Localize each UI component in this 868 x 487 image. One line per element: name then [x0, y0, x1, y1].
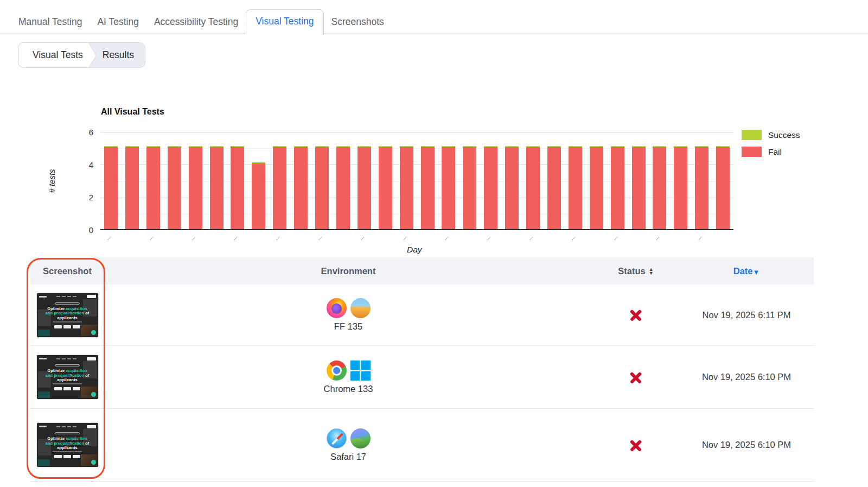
- chart-bar: [273, 146, 286, 229]
- gridline: [100, 132, 733, 132]
- chart-title: All Visual Tests: [101, 107, 164, 117]
- chart-bar: [632, 146, 646, 229]
- x-tick-label: …: [358, 233, 366, 241]
- safari-icon: [327, 428, 347, 448]
- chart-bar: [716, 146, 730, 229]
- fail-x-icon: [628, 438, 643, 453]
- firefox-icon: [327, 298, 347, 318]
- environment-label: FF 135: [334, 321, 362, 332]
- chart-bar: [505, 146, 519, 229]
- chart-bar: [442, 146, 455, 229]
- y-tick-4: 4: [80, 160, 93, 169]
- screenshot-thumbnail[interactable]: Optimize acquisition and prequalificatio…: [37, 423, 98, 467]
- breadcrumb-visual-tests[interactable]: Visual Tests: [18, 43, 88, 67]
- fail-x-icon: [628, 370, 643, 385]
- chart-bar: [547, 146, 561, 229]
- chart-y-axis-label: # tests: [47, 162, 56, 200]
- thumb-cta-button: [87, 357, 96, 360]
- chart-bar: [336, 146, 350, 229]
- legend-item-fail: Fail: [742, 147, 800, 157]
- thumb-badge: [91, 330, 96, 335]
- chart-bar: [294, 146, 308, 229]
- header-date-sort[interactable]: Date▼: [679, 266, 814, 276]
- x-tick-label: …: [484, 233, 492, 241]
- header-environment: Environment: [104, 266, 592, 276]
- environment-cell: FF 135: [104, 298, 592, 332]
- x-tick-label: …: [105, 233, 112, 241]
- chart-x-ticks: ………………………………………: [100, 235, 733, 245]
- chart-bar: [146, 146, 160, 229]
- tab-ai-testing[interactable]: AI Testing: [90, 10, 146, 34]
- status-cell: [592, 307, 679, 322]
- chart-bar: [569, 146, 582, 229]
- chart-bar: [168, 146, 181, 229]
- x-tick-label: …: [695, 233, 703, 241]
- chart-bar: [421, 146, 435, 229]
- legend-item-success: Success: [742, 130, 800, 140]
- date-value: Nov 19, 2025 6:10 PM: [702, 372, 791, 382]
- chart-bar: [231, 146, 244, 229]
- x-tick-label: …: [442, 233, 450, 241]
- windows-icon: [350, 360, 371, 381]
- chart-bar: [463, 146, 476, 229]
- chart-bar: [189, 146, 202, 229]
- x-tick-label: …: [569, 233, 577, 241]
- y-tick-6: 6: [80, 128, 93, 137]
- date-value: Nov 19, 2025 6:10 PM: [702, 440, 791, 450]
- thumb-logo: [39, 426, 47, 427]
- breadcrumb-chevron-icon: [88, 43, 96, 68]
- macos-icon: [350, 298, 371, 318]
- chart-bar: [653, 146, 666, 229]
- screenshot-thumbnail[interactable]: Optimize acquisition and prequalificatio…: [37, 355, 98, 399]
- tab-visual-testing[interactable]: Visual Testing: [246, 9, 323, 35]
- chart-bar: [210, 146, 224, 229]
- chart-bar: [358, 146, 371, 229]
- fail-swatch: [742, 147, 762, 157]
- y-tick-2: 2: [80, 193, 93, 202]
- header-status-sort[interactable]: Status▲▼: [592, 266, 679, 276]
- chart-bar: [611, 146, 624, 229]
- environment-cell: Chrome 133: [104, 360, 592, 394]
- tab-accessibility-testing[interactable]: Accessibility Testing: [146, 10, 246, 34]
- x-tick-label: …: [189, 233, 197, 241]
- sort-descending-icon: ▼: [752, 268, 760, 276]
- macos-icon: [350, 428, 371, 448]
- results-table: Screenshot Environment Status▲▼ Date▼ Op…: [30, 257, 814, 482]
- chart-bar: [695, 146, 709, 229]
- chart-bar: [125, 146, 139, 229]
- x-tick-label: …: [400, 233, 408, 241]
- tab-manual-testing[interactable]: Manual Testing: [11, 10, 90, 34]
- environment-cell: Safari 17: [104, 428, 592, 462]
- sort-unsorted-icon: ▲▼: [649, 268, 654, 275]
- date-value: Nov 19, 2025 6:11 PM: [703, 310, 791, 320]
- chart-plot: [100, 132, 733, 230]
- success-swatch: [742, 130, 762, 140]
- chart-bar: [252, 162, 265, 229]
- x-tick-label: …: [147, 233, 155, 241]
- x-tick-label: …: [527, 233, 534, 241]
- breadcrumb: Visual Tests Results: [18, 42, 145, 68]
- tab-screenshots[interactable]: Screenshots: [324, 10, 392, 34]
- chart-bar: [674, 146, 687, 229]
- status-cell: [592, 438, 679, 453]
- chart-bar: [400, 146, 413, 229]
- thumb-logo: [39, 296, 47, 298]
- thumb-badge: [91, 460, 96, 465]
- header-screenshot: Screenshot: [30, 266, 104, 276]
- chart-bar: [590, 146, 603, 229]
- thumb-cta-button: [87, 425, 96, 428]
- chart-bar: [315, 146, 329, 229]
- chart-bar: [379, 146, 392, 229]
- breadcrumb-results[interactable]: Results: [96, 43, 145, 67]
- table-row: Optimize acquisition and prequalificatio…: [30, 409, 814, 482]
- x-tick-label: …: [653, 233, 661, 241]
- thumb-logo: [39, 358, 47, 359]
- chart-bar: [104, 146, 118, 229]
- environment-label: Safari 17: [330, 452, 366, 462]
- chart-bar: [526, 146, 540, 229]
- screenshot-thumbnail[interactable]: Optimize acquisition and prequalificatio…: [37, 293, 98, 337]
- status-cell: [592, 370, 679, 385]
- x-tick-label: …: [611, 233, 619, 241]
- chrome-icon: [327, 360, 347, 381]
- fail-x-icon: [628, 307, 643, 322]
